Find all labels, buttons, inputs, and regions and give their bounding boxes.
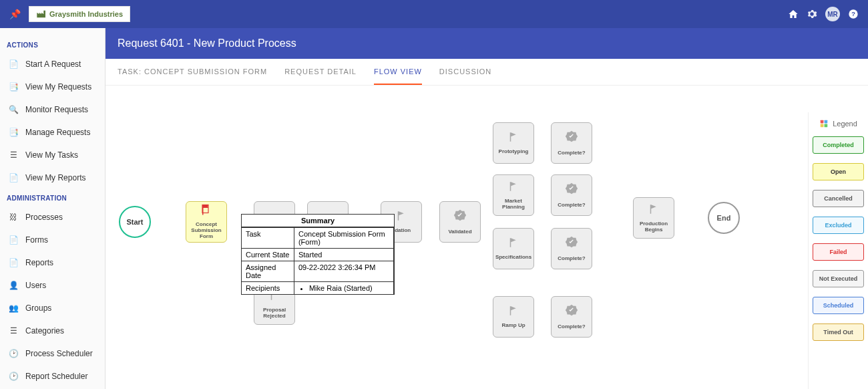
legend-panel: Legend Completed Open Cancelled Excluded… [808,112,868,389]
flag-icon [507,131,519,146]
report-icon: 📄 [8,172,19,183]
doc-icon: 📄 [8,59,19,70]
badge-icon [564,235,579,253]
clock2-icon: 🕑 [8,371,19,382]
flag-icon [648,203,660,218]
node-tooltip: Summary TaskConcept Submission Form (For… [241,214,395,295]
sidebar-item-reports[interactable]: 📄Reports [0,251,105,274]
flow-connectors [105,86,306,186]
brand-logo[interactable]: Graysmith Industries [29,6,130,22]
badge-icon [564,182,579,199]
stack-icon: 📑 [8,127,19,138]
factory-icon [36,9,47,19]
gear-icon[interactable] [807,9,817,19]
legend-excluded[interactable]: Excluded [813,217,864,234]
legend-completed[interactable]: Completed [813,136,864,154]
tabs: TASK: CONCEPT SUBMISSION FORM REQUEST DE… [105,59,868,86]
sidebar-item-users[interactable]: 👤Users [0,274,105,297]
node-validated[interactable]: Validated [439,201,481,243]
form-icon: 📄 [8,235,19,245]
flow-canvas[interactable]: Start End Concept Submission Form lidati… [105,86,868,389]
tooltip-title: Summary [242,215,394,227]
svg-rect-16 [821,124,824,128]
node-market-planning[interactable]: Market Planning [493,174,534,216]
node-concept-submission[interactable]: Concept Submission Form [186,201,227,243]
legend-title: Legend [813,119,864,128]
svg-rect-17 [825,124,828,128]
badge-icon [453,209,467,226]
svg-rect-14 [821,120,824,124]
badge-icon [564,130,579,147]
legend-timed-out[interactable]: Timed Out [813,323,864,341]
svg-text:?: ? [851,11,855,17]
sidebar-item-process-scheduler[interactable]: 🕑Process Scheduler [0,342,105,365]
flag-icon [507,237,519,251]
tooltip-table: TaskConcept Submission Form (Form) Curre… [242,227,394,294]
sidebar-item-view-tasks[interactable]: ☰View My Tasks [0,144,105,166]
flag-icon [507,305,519,319]
flow-end-node[interactable]: End [708,202,740,234]
sidebar-item-report-scheduler[interactable]: 🕑Report Scheduler [0,365,105,388]
sidebar-heading-admin: ADMINISTRATION [0,189,105,206]
legend-open[interactable]: Open [813,163,864,180]
sidebar-item-categories[interactable]: ☰Categories [0,319,105,342]
list-icon: ☰ [8,326,19,336]
svg-rect-15 [825,120,828,124]
page-title: Request 6401 - New Product Process [105,28,868,59]
node-complete-1[interactable]: Complete? [551,122,592,164]
flag-icon [395,210,407,225]
tab-request-detail[interactable]: REQUEST DETAIL [284,59,357,85]
legend-not-executed[interactable]: Not Executed [813,270,864,287]
node-complete-3[interactable]: Complete? [551,228,592,269]
sidebar-item-processes[interactable]: ⛓Processes [0,206,105,229]
user-avatar[interactable]: MR [825,7,840,21]
help-icon[interactable]: ? [848,9,859,19]
tab-task[interactable]: TASK: CONCEPT SUBMISSION FORM [118,59,267,85]
sidebar-item-forms[interactable]: 📄Forms [0,229,105,251]
search-doc-icon: 🔍 [8,104,19,115]
node-specifications[interactable]: Specifications [493,228,534,269]
legend-scheduled[interactable]: Scheduled [813,297,864,314]
sidebar-item-start-request[interactable]: 📄Start A Request [0,53,105,76]
flag-icon [507,180,519,195]
flow-start-node[interactable]: Start [119,206,151,238]
node-production-begins[interactable]: Production Begins [633,197,674,239]
legend-icon [819,119,829,128]
copy-icon: 📑 [8,82,19,92]
main: Request 6401 - New Product Process TASK:… [105,28,868,389]
report2-icon: 📄 [8,257,19,268]
sidebar: ACTIONS 📄Start A Request 📑View My Reques… [0,28,105,389]
clock-icon: 🕑 [8,348,19,359]
user-icon: 👤 [8,280,19,291]
pin-icon[interactable]: 📌 [9,9,21,19]
home-icon[interactable] [788,9,799,19]
top-bar: 📌 Graysmith Industries MR ? [0,0,868,28]
sidebar-item-view-requests[interactable]: 📑View My Requests [0,76,105,98]
sidebar-item-monitor-requests[interactable]: 🔍Monitor Requests [0,98,105,121]
form-icon [200,204,212,219]
legend-failed[interactable]: Failed [813,243,864,261]
node-prototyping[interactable]: Prototyping [493,122,534,164]
badge-icon [564,303,579,321]
tasks-icon: ☰ [8,150,19,160]
node-complete-4[interactable]: Complete? [551,296,592,338]
group-icon: 👥 [8,303,19,313]
node-ramp-up[interactable]: Ramp Up [493,296,534,338]
sidebar-item-groups[interactable]: 👥Groups [0,297,105,319]
tab-flow-view[interactable]: FLOW VIEW [374,59,422,85]
sidebar-item-view-reports[interactable]: 📄View My Reports [0,166,105,189]
sidebar-heading-actions: ACTIONS [0,36,105,53]
sidebar-item-manage-requests[interactable]: 📑Manage Requests [0,121,105,144]
tree-icon: ⛓ [8,212,19,223]
legend-cancelled[interactable]: Cancelled [813,190,864,207]
tab-discussion[interactable]: DISCUSSION [439,59,491,85]
brand-text: Graysmith Industries [49,10,123,18]
node-complete-2[interactable]: Complete? [551,174,592,216]
